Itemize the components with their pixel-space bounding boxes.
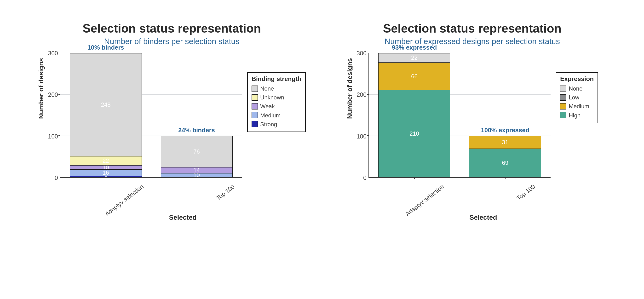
swatch-icon [560, 94, 566, 100]
legend-item: Strong [252, 120, 302, 129]
legend-label: Strong [260, 120, 277, 129]
segment-value: 22 [411, 55, 418, 60]
segment-value: 248 [101, 102, 110, 108]
x-tick-label: Top 100 [215, 183, 236, 202]
bar-segment-medium: 66 [378, 63, 450, 90]
legend-label: High [569, 111, 580, 120]
bar-segment-weak: 10 [70, 165, 142, 170]
y-ticks: 0 100 200 300 [44, 53, 60, 178]
segment-value: 69 [502, 160, 508, 166]
bar-adaptyv: 3 16 10 22 248 [70, 53, 142, 177]
segment-value: 14 [193, 168, 200, 173]
swatch-icon [252, 121, 258, 127]
bar-top-label: 10% binders [88, 44, 124, 51]
legend-item: Unknown [252, 93, 302, 102]
bar-top-label: 93% expressed [392, 44, 437, 51]
legend-item: Weak [252, 102, 302, 111]
chart-title: Selection status representation [383, 22, 562, 36]
legend-label: Unknown [260, 93, 284, 102]
x-tick-label: Adaptyv selection [104, 183, 145, 217]
chart-title: Selection status representation [83, 22, 261, 36]
bar-segment-unknown: 22 [70, 156, 142, 165]
legend-label: Weak [260, 102, 275, 111]
swatch-icon [252, 94, 258, 100]
legend-item: Medium [252, 111, 302, 120]
swatch-icon [252, 103, 258, 110]
legend: Expression None Low Medium High [556, 72, 598, 123]
bar-segment-strong: 3 [70, 176, 142, 177]
segment-value: 10 [102, 165, 109, 170]
segment-value: 10 [193, 173, 200, 177]
bar-segment-none: 248 [70, 53, 142, 156]
legend-item: High [560, 111, 594, 120]
bar-segment-weak: 14 [161, 167, 233, 173]
y-tick-label: 100 [48, 133, 58, 140]
y-tick-label: 300 [356, 50, 366, 57]
legend-item: Low [560, 93, 594, 102]
plot-row: Number of designs 0 100 200 300 10% bind… [38, 53, 306, 178]
bar-top-label: 24% binders [178, 126, 215, 134]
segment-value: 210 [410, 131, 419, 136]
y-axis: Number of designs 0 100 200 300 [346, 53, 368, 178]
swatch-icon [252, 86, 258, 92]
segment-value: 16 [102, 170, 109, 176]
x-ticks: Adaptyv selection Top 100 [392, 178, 574, 216]
y-axis-label: Number of designs [38, 112, 45, 119]
legend-item: None [560, 84, 594, 93]
y-tick-label: 200 [48, 91, 58, 98]
y-axis: Number of designs 0 100 200 300 [38, 53, 60, 178]
bar-segment-high: 69 [469, 148, 541, 177]
y-ticks: 0 100 200 300 [353, 53, 368, 178]
bar-segment-none: 22 [378, 53, 450, 62]
segment-value: 22 [102, 158, 109, 164]
segment-value: 76 [193, 149, 200, 154]
bar-top-label: 100% expressed [481, 126, 529, 134]
bar-segment-medium: 10 [161, 173, 233, 177]
legend-label: Low [569, 93, 579, 102]
chart-left: Selection status representation Number o… [29, 19, 315, 222]
x-tick-label: Adaptyv selection [404, 183, 446, 217]
bar-top100: 10 14 76 [161, 136, 233, 177]
bar-segment-high: 210 [378, 90, 450, 177]
legend-label: Medium [569, 102, 589, 111]
segment-value: 3 [104, 176, 107, 177]
segment-value: 31 [502, 140, 508, 145]
legend-title: Expression [560, 75, 594, 83]
bar-segment-low: 1 [378, 62, 450, 63]
plot-area: 93% expressed 210 66 1 22 100% expressed… [368, 53, 550, 178]
swatch-icon [560, 112, 566, 118]
y-tick-label: 0 [54, 174, 58, 181]
bar-segment-medium: 16 [70, 170, 142, 176]
x-tick-label: Top 100 [515, 183, 536, 202]
segment-value: 66 [411, 74, 418, 79]
y-axis-label: Number of designs [346, 112, 354, 119]
plot-row: Number of designs 0 100 200 300 93% expr… [346, 53, 598, 178]
swatch-icon [560, 103, 566, 110]
bar-segment-none: 76 [161, 136, 233, 168]
legend-label: Medium [260, 111, 280, 120]
bar-adaptyv: 210 66 1 22 [378, 53, 450, 177]
chart-subtitle: Number of binders per selection status [104, 37, 240, 46]
legend-label: None [260, 84, 274, 93]
legend-item: None [252, 84, 302, 93]
plot-area: 10% binders 3 16 10 22 248 24% binders 1… [60, 53, 242, 178]
y-tick-label: 100 [356, 133, 366, 140]
legend-item: Medium [560, 102, 594, 111]
legend: Binding strength None Unknown Weak Mediu… [247, 72, 306, 132]
bar-segment-medium: 31 [469, 136, 541, 149]
legend-title: Binding strength [252, 75, 302, 83]
bar-top100: 69 31 [469, 136, 541, 177]
y-tick-label: 300 [48, 50, 58, 57]
swatch-icon [560, 86, 566, 92]
chart-right: Selection status representation Number o… [329, 19, 615, 222]
y-tick-label: 200 [356, 91, 366, 98]
legend-label: None [569, 84, 582, 93]
swatch-icon [252, 112, 258, 118]
y-tick-label: 0 [363, 174, 366, 181]
x-ticks: Adaptyv selection Top 100 [92, 178, 274, 216]
